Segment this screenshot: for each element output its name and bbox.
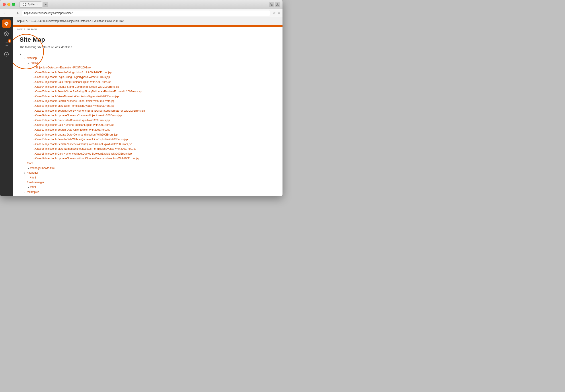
link-case13[interactable]: /Case13-InjectionInCalc-Date-BooleanExpl… (35, 119, 110, 122)
list-badge: 6 (8, 39, 11, 43)
list-item: /Case17-InjectionInSearch-NumericWithout… (33, 142, 276, 147)
list-item: /manager-howto.html (28, 166, 276, 171)
link-case15[interactable]: /Case15-InjectionInSearch-DateWithoutQuo… (35, 138, 128, 141)
link-case19[interactable]: /Case19-InjectionInUpdate-NumericWithout… (35, 157, 140, 160)
list-item: /Case19-InjectionInUpdate-NumericWithout… (33, 156, 276, 161)
svg-line-11 (7, 22, 8, 23)
link-case14[interactable]: /Case14-InjectionInUpdate-Date-CommandIn… (35, 133, 118, 136)
main-layout: 6 http://172.16.249.140:8080/wavsep/acti… (0, 17, 282, 196)
list-item: /Case13-InjectionInCalc-Date-BooleanExpl… (33, 118, 276, 123)
progress-label: 51/51 51/51 100% (17, 28, 37, 31)
svg-point-13 (6, 33, 7, 35)
svg-point-3 (277, 3, 278, 5)
link-manager[interactable]: /manager (27, 171, 38, 174)
list-item: /Case08-InjectionInCalc-Numeric-BooleanE… (33, 123, 276, 127)
link-host-manager-html[interactable]: /html (30, 186, 36, 189)
link-case05[interactable]: /Case05-InjectionInSearchOrderBy-String-… (35, 90, 142, 93)
list-item: /Case14-InjectionInUpdate-Date-CommandIn… (33, 132, 276, 137)
list-item: /html (28, 175, 276, 180)
link-manager-html[interactable]: /html (30, 176, 36, 179)
maximize-traffic-light[interactable] (12, 3, 15, 6)
tree-item-docs: /docs /manager-howto.html (24, 161, 276, 170)
svg-rect-2 (271, 5, 272, 6)
link-case01[interactable]: /Case01-InjectionInLogin-String-LoginByp… (35, 75, 110, 79)
new-tab-button[interactable]: + (43, 2, 48, 7)
link-case17[interactable]: /Case17-InjectionInSearch-NumericWithout… (35, 143, 132, 146)
link-manager-howto[interactable]: /manager-howto.html (30, 167, 55, 170)
traffic-lights (3, 3, 15, 6)
link-case08[interactable]: /Case08-InjectionInCalc-Numeric-BooleanE… (35, 123, 114, 126)
tab-label: Spider (28, 3, 35, 6)
title-bar: Spider × + (0, 0, 282, 9)
link-sinjection[interactable]: /SInjection-Detection-Evaluation-POST-20… (35, 66, 92, 69)
list-item: /Case02-InjectionInSearch-String-UnionEx… (33, 70, 276, 75)
url-input[interactable] (22, 10, 270, 16)
list-item: /Case01-InjectionInLogin-String-LoginByp… (33, 75, 276, 80)
sitemap-content[interactable]: Site Map The following site-structure wa… (13, 32, 282, 196)
sidebar-icon-spider[interactable] (2, 19, 11, 28)
list-item: /Case15-InjectionInSearch-DateWithoutQuo… (33, 137, 276, 142)
url-banner: http://172.16.249.140:8080/wavsep/active… (13, 17, 282, 25)
link-case04[interactable]: /Case04-InjectionInUpdate-String-Command… (35, 85, 119, 88)
link-case16[interactable]: /Case16-InjectionInView-NumericWithoutQu… (35, 147, 136, 150)
svg-line-9 (5, 22, 6, 23)
list-item: /Case16-InjectionInView-NumericWithoutQu… (33, 147, 276, 152)
spider-tab[interactable]: Spider × (19, 1, 42, 8)
site-tree: /wavsep /active /SInjection-Detection-Ev… (19, 56, 276, 195)
window-controls (269, 2, 280, 7)
address-bar: ← → ↻ ☆ ≡ (0, 9, 282, 17)
content-area: http://172.16.249.140:8080/wavsep/active… (13, 17, 282, 196)
back-button[interactable]: ← (3, 11, 8, 15)
link-docs[interactable]: /docs (27, 162, 33, 165)
list-item: /Case07-InjectionInSearch-Numeric-UnionE… (33, 99, 276, 104)
link-case12[interactable]: /Case12-InjectionInSearch-Date-UnionExpl… (35, 128, 110, 131)
link-case18[interactable]: /Case18-InjectionInCalc-NumericWithoutQu… (35, 152, 132, 155)
close-traffic-light[interactable] (3, 3, 6, 6)
tab-favicon (23, 3, 26, 6)
sidebar-icon-settings[interactable] (2, 30, 11, 38)
tab-area: Spider × + (19, 1, 267, 8)
svg-line-12 (5, 24, 6, 25)
list-item: /Case06-InjectionInView-Numeric-Permissi… (33, 94, 276, 99)
sitemap-description: The following site-structure was identif… (19, 45, 276, 49)
forward-button[interactable]: → (10, 11, 15, 15)
menu-button[interactable]: ≡ (278, 11, 280, 15)
tree-item-examples: /examples (24, 190, 276, 195)
list-item: /Case05-InjectionInSearchOrderBy-String-… (33, 89, 276, 94)
list-item: /Case10-InjectionInSearchOrderBy-Numeric… (33, 109, 276, 113)
progress-bar-fill (13, 25, 282, 27)
sidebar-icon-info[interactable] (2, 50, 11, 58)
link-case11[interactable]: /Case11-InjectionInView-Date-PermissionB… (35, 104, 114, 107)
sitemap-title: Site Map (19, 36, 276, 43)
tab-close-button[interactable]: × (37, 3, 39, 6)
link-case09[interactable]: /Case09-InjectionInUpdate-Numeric-Comman… (35, 114, 122, 117)
link-wavsep[interactable]: /wavsep (27, 56, 37, 60)
refresh-button[interactable]: ↻ (17, 11, 19, 15)
bookmark-button[interactable]: ☆ (272, 11, 276, 15)
link-host-manager[interactable]: /host-manager (27, 181, 44, 184)
profile-button[interactable] (275, 2, 280, 7)
tree-item-active: /active /SInjection-Detection-Evaluation… (28, 61, 276, 161)
link-case07[interactable]: /Case07-InjectionInSearch-Numeric-UnionE… (35, 99, 114, 102)
list-item: /Case09-InjectionInUpdate-Numeric-Comman… (33, 113, 276, 118)
minimize-traffic-light[interactable] (7, 3, 10, 6)
sidebar-icon-list[interactable]: 6 (2, 40, 11, 48)
link-case06[interactable]: /Case06-InjectionInView-Numeric-Permissi… (35, 95, 119, 98)
fullscreen-button[interactable] (269, 2, 274, 7)
list-item: /Case18-InjectionInCalc-NumericWithoutQu… (33, 152, 276, 156)
link-active[interactable]: /active (31, 61, 39, 64)
link-case02[interactable]: /Case02-InjectionInSearch-String-UnionEx… (35, 71, 112, 74)
link-case10[interactable]: /Case10-InjectionInSearchOrderBy-Numeric… (35, 109, 145, 112)
progress-text: 51/51 51/51 100% (13, 27, 282, 32)
svg-point-0 (23, 3, 26, 6)
link-case03[interactable]: /Case03-InjectionInCalc-String-BooleanEx… (35, 80, 111, 84)
tree-item-wavsep: /wavsep /active /SInjection-Detection-Ev… (24, 56, 276, 161)
svg-rect-1 (270, 3, 271, 4)
svg-line-10 (7, 24, 8, 25)
sidebar: 6 (0, 17, 13, 196)
list-item: /Case11-InjectionInView-Date-PermissionB… (33, 104, 276, 109)
url-banner-text: http://172.16.249.140:8080/wavsep/active… (17, 19, 124, 23)
progress-bar-container (13, 25, 282, 27)
list-item: /Case12-InjectionInSearch-Date-UnionExpl… (33, 127, 276, 132)
link-examples[interactable]: /examples (27, 190, 39, 194)
